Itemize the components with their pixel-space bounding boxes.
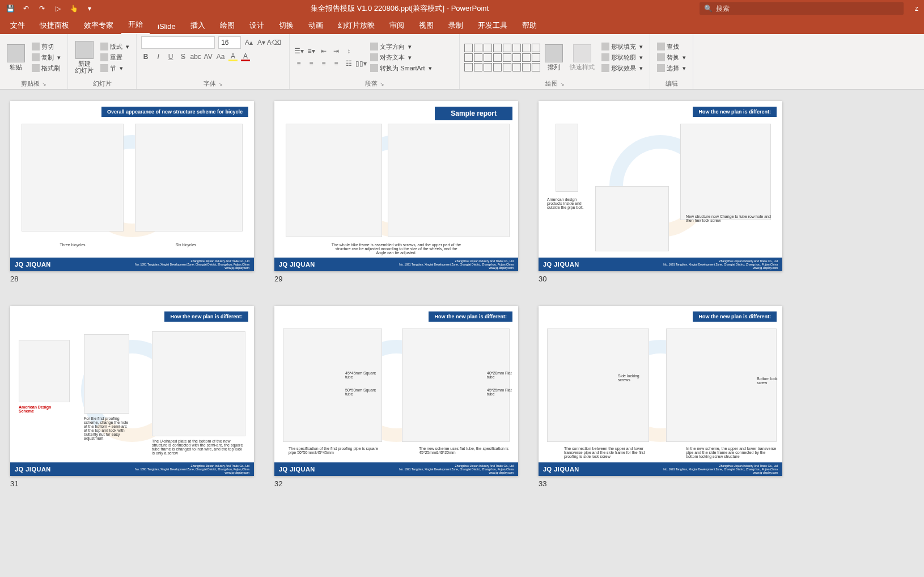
tab-islide[interactable]: iSlide	[151, 19, 183, 34]
undo-icon[interactable]: ↶	[22, 4, 31, 13]
decrease-font-icon[interactable]: A▾	[257, 38, 266, 47]
slide-image	[84, 334, 129, 414]
group-slides: 新建 幻灯片 版式 ▾ 重置 节 ▾ 幻灯片	[68, 34, 137, 89]
tab-animations[interactable]: 动画	[302, 17, 330, 34]
line-spacing-icon[interactable]: ↕	[344, 47, 353, 56]
clear-format-icon[interactable]: A⌫	[269, 38, 278, 47]
tab-efficiency[interactable]: 效率专家	[77, 17, 120, 34]
save-icon[interactable]: 💾	[6, 4, 15, 13]
slide-image	[666, 328, 777, 442]
arrange-icon	[545, 44, 563, 62]
select-icon	[657, 64, 665, 72]
shadow-button[interactable]: abc	[191, 52, 200, 61]
char-spacing-button[interactable]: AV	[204, 52, 213, 61]
new-slide-icon	[75, 41, 94, 59]
cut-button[interactable]: 剪切	[29, 42, 63, 52]
align-right-icon[interactable]: ≡	[319, 59, 328, 68]
touch-mode-icon[interactable]: 👆	[69, 4, 78, 13]
slide-thumbnail[interactable]: How the new plan is different: Side lock…	[539, 306, 782, 476]
highlight-color-button[interactable]: A	[228, 52, 238, 61]
shape-effects-button[interactable]: 形状效果 ▾	[599, 64, 645, 73]
effects-icon	[601, 64, 609, 72]
italic-button[interactable]: I	[154, 52, 163, 61]
tab-home[interactable]: 开始	[121, 16, 150, 34]
slide-thumbnail[interactable]: How the new plan is different: American …	[539, 101, 782, 271]
font-size-combo[interactable]	[218, 36, 241, 49]
columns-icon[interactable]: ▯▯▾	[357, 59, 366, 68]
copy-button[interactable]: 复制 ▾	[29, 53, 63, 62]
tab-draw[interactable]: 绘图	[213, 17, 241, 34]
search-box[interactable]: 🔍	[700, 2, 904, 15]
smartart-button[interactable]: 转换为 SmartArt ▾	[368, 64, 434, 73]
tab-quick-panel[interactable]: 快捷面板	[33, 17, 76, 34]
strike-button[interactable]: S	[179, 52, 188, 61]
tab-insert[interactable]: 插入	[184, 17, 212, 34]
numbering-icon[interactable]: ≡▾	[307, 47, 316, 56]
slide-image	[547, 328, 649, 442]
tab-view[interactable]: 视图	[412, 17, 440, 34]
slide-thumbnail[interactable]: Sample report The whole bike frame is as…	[274, 101, 518, 271]
shape-outline-button[interactable]: 形状轮廓 ▾	[599, 53, 645, 62]
layout-button[interactable]: 版式 ▾	[98, 42, 132, 52]
tab-review[interactable]: 审阅	[383, 17, 411, 34]
slide-footer: JQ JIQUAN Zhangzhou Jiquan Industry And …	[10, 462, 254, 476]
font-launcher-icon[interactable]: ↘	[218, 81, 223, 87]
paragraph-launcher-icon[interactable]: ↘	[380, 81, 384, 87]
font-color-button[interactable]: A	[241, 52, 250, 61]
text-direction-button[interactable]: 文字方向 ▾	[368, 42, 434, 52]
slide-caption: New structure now Change to tube row hol…	[686, 214, 771, 222]
select-button[interactable]: 选择 ▾	[655, 64, 688, 73]
tab-devtools[interactable]: 开发工具	[471, 17, 514, 34]
paste-icon	[7, 44, 25, 62]
new-slide-button[interactable]: 新建 幻灯片	[73, 40, 96, 75]
decrease-indent-icon[interactable]: ⇤	[319, 47, 328, 56]
find-button[interactable]: 查找	[655, 42, 688, 52]
tab-transitions[interactable]: 切换	[272, 17, 300, 34]
increase-indent-icon[interactable]: ⇥	[332, 47, 341, 56]
slide-image	[19, 340, 70, 402]
user-badge[interactable]: z	[915, 5, 924, 12]
redo-icon[interactable]: ↷	[37, 4, 46, 13]
slide-sorter-view[interactable]: Overall appearance of new structure sche…	[0, 90, 924, 577]
ribbon: 粘贴 剪切 复制 ▾ 格式刷 剪贴板↘ 新建 幻灯片 版式 ▾ 重置 节 ▾ 幻…	[0, 34, 924, 90]
align-left-icon[interactable]: ≡	[294, 59, 303, 68]
tab-record[interactable]: 录制	[442, 17, 470, 34]
distribute-icon[interactable]: ☷	[344, 59, 353, 68]
tab-file[interactable]: 文件	[3, 17, 32, 34]
arrange-button[interactable]: 排列	[542, 43, 565, 71]
reset-button[interactable]: 重置	[98, 53, 132, 62]
bold-button[interactable]: B	[141, 52, 150, 61]
slide-label: 50*50mm Square tube	[345, 388, 379, 396]
bullets-icon[interactable]: ☰▾	[294, 47, 303, 56]
underline-button[interactable]: U	[166, 52, 175, 61]
qat-more-icon[interactable]: ▾	[85, 4, 94, 13]
justify-icon[interactable]: ≡	[332, 59, 341, 68]
search-input[interactable]	[716, 5, 899, 12]
slide-footer: JQ JIQUAN Zhangzhou Jiquan Industry And …	[539, 258, 782, 271]
format-painter-button[interactable]: 格式刷	[29, 64, 63, 73]
slide-title-tag: How the new plan is different:	[693, 107, 777, 117]
align-center-icon[interactable]: ≡	[307, 59, 316, 68]
slideshow-start-icon[interactable]: ▷	[53, 4, 62, 13]
increase-font-icon[interactable]: A▴	[244, 38, 253, 47]
slide-image	[286, 124, 382, 237]
align-text-button[interactable]: 对齐文本 ▾	[368, 53, 434, 62]
tab-design[interactable]: 设计	[243, 17, 271, 34]
slide-thumbnail[interactable]: Overall appearance of new structure sche…	[10, 101, 254, 271]
shape-fill-button[interactable]: 形状填充 ▾	[599, 42, 645, 52]
replace-button[interactable]: 替换 ▾	[655, 53, 688, 62]
tab-slideshow[interactable]: 幻灯片放映	[331, 17, 382, 34]
slide-thumbnail[interactable]: How the new plan is different: 45*45mm S…	[274, 306, 518, 476]
font-name-combo[interactable]	[141, 36, 215, 49]
section-button[interactable]: 节 ▾	[98, 64, 132, 73]
slide-thumbnail[interactable]: How the new plan is different: American …	[10, 306, 254, 476]
drawing-launcher-icon[interactable]: ↘	[560, 81, 565, 87]
quick-styles-button[interactable]: 快速样式	[567, 43, 597, 71]
paste-button[interactable]: 粘贴	[5, 43, 27, 71]
change-case-button[interactable]: Aa	[216, 52, 225, 61]
clipboard-launcher-icon[interactable]: ↘	[42, 81, 46, 87]
slide-image	[152, 331, 245, 436]
slide-image	[22, 124, 124, 231]
tab-help[interactable]: 帮助	[515, 17, 544, 34]
shapes-gallery[interactable]	[464, 44, 540, 71]
